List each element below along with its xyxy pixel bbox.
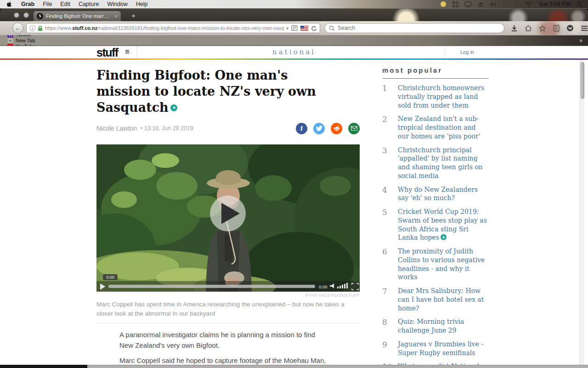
- popular-item-8: 8Quiz: Morning trivia challenge June 29: [382, 317, 489, 335]
- popular-rank: 6: [382, 247, 398, 282]
- popular-link[interactable]: Dear Mrs Salisbury: How can I have hot h…: [398, 287, 489, 312]
- timemachine-icon[interactable]: [503, 1, 509, 7]
- popular-item-7: 7Dear Mrs Salisbury: How can I have hot …: [382, 287, 489, 312]
- article-body: A paranormal investigator claims he is p…: [119, 330, 330, 365]
- popular-rank: 1: [382, 84, 398, 109]
- video-caption: Marc Coppell has spent time in America r…: [96, 300, 357, 318]
- popular-item-3: 3Christchurch principal 'appalled' by li…: [382, 146, 489, 180]
- popular-link[interactable]: The proximity of Judith Collins to vario…: [398, 247, 489, 282]
- video-current-time: 0:00: [319, 284, 328, 289]
- article: Finding Bigfoot: One man's mission to lo…: [96, 67, 360, 365]
- menu-hamburger-icon[interactable]: [581, 25, 588, 31]
- popular-rank: 10: [382, 362, 398, 365]
- article-timestamp: • 13:18, Jun 29 2019: [141, 125, 193, 132]
- menubar-clock[interactable]: Sat 3:54 PM: [539, 1, 571, 7]
- popular-item-9: 9Jaguares v Brumbies live - Super Rugby …: [382, 340, 489, 357]
- stuff-favicon: S: [37, 13, 43, 19]
- url-text[interactable]: https://www.stuff.co.nz/national/1136261…: [45, 25, 284, 31]
- eject-icon[interactable]: [478, 1, 484, 7]
- spotlight-icon[interactable]: [577, 1, 582, 7]
- apple-menu-icon[interactable]: [6, 1, 12, 7]
- bookmark-star-icon[interactable]: [539, 25, 546, 32]
- grab-menu-icon[interactable]: [440, 1, 447, 7]
- photo-credit: RYAN ANDERSON/STUFF: [96, 293, 360, 298]
- menu-grab[interactable]: Grab: [17, 1, 39, 7]
- menu-window[interactable]: Window: [103, 1, 131, 7]
- display-icon[interactable]: [464, 1, 472, 7]
- popular-link[interactable]: What a populist National Party would loo…: [398, 362, 489, 365]
- home-icon[interactable]: [525, 25, 532, 32]
- popular-rank: 5: [382, 207, 398, 242]
- page-scrollbar[interactable]: [580, 60, 584, 365]
- page-info-icon[interactable]: i: [29, 25, 35, 31]
- stuff-site-header: stuff ≡ national Log in: [0, 46, 588, 58]
- article-headline: Finding Bigfoot: One man's mission to lo…: [96, 67, 340, 115]
- popular-link[interactable]: Why do New Zealanders say 'eh' so much?: [398, 185, 489, 203]
- popular-rank: 7: [382, 287, 398, 312]
- popular-link[interactable]: Christchurch homeowners virtually trappe…: [398, 84, 489, 109]
- video-play-badge-icon: [441, 234, 447, 240]
- volume-icon[interactable]: [490, 1, 497, 7]
- page-content: stuff ≡ national Log in Finding Bigfoot:…: [0, 46, 588, 365]
- menu-capture[interactable]: Capture: [74, 1, 103, 7]
- popular-link[interactable]: New Zealand isn't a sub-tropical destina…: [398, 115, 489, 140]
- minimize-window-button[interactable]: [23, 12, 29, 18]
- facebook-share-icon[interactable]: f: [296, 123, 307, 134]
- twitter-share-icon[interactable]: [313, 123, 325, 134]
- spaces-icon[interactable]: [452, 1, 458, 7]
- new-tab-button[interactable]: +: [128, 12, 139, 19]
- sidebar-list-icon[interactable]: [553, 25, 560, 32]
- menu-help[interactable]: Help: [132, 1, 152, 7]
- dock-edge: [0, 365, 87, 368]
- reload-icon[interactable]: [311, 25, 317, 31]
- section-title[interactable]: national: [0, 48, 588, 56]
- rainbow-divider: [0, 58, 588, 60]
- popular-link[interactable]: Quiz: Morning trivia challenge June 29: [398, 317, 489, 335]
- screen-bottom-edge: [0, 365, 588, 368]
- video-still-forest-man: 0:00 0:00: [96, 144, 360, 292]
- popular-rank: 8: [382, 317, 398, 335]
- url-dropdown-icon[interactable]: ▾: [286, 26, 288, 31]
- reddit-share-icon[interactable]: [331, 123, 342, 134]
- secure-lock-icon: [38, 25, 43, 31]
- scrollbar-thumb[interactable]: [581, 62, 584, 99]
- popular-item-1: 1Christchurch homeowners virtually trapp…: [382, 84, 489, 109]
- email-share-icon[interactable]: [348, 123, 360, 134]
- menu-edit[interactable]: Edit: [56, 1, 74, 7]
- popular-link[interactable]: Cricket World Cup 2019: Swarm of bees st…: [398, 207, 489, 242]
- popular-item-4: 4Why do New Zealanders say 'eh' so much?: [382, 185, 489, 203]
- tab-finding-bigfoot[interactable]: S Finding Bigfoot: One man'... ×: [33, 11, 121, 21]
- new-tab-icon: [7, 38, 13, 44]
- caption-divider: [96, 323, 360, 323]
- popular-item-10: 10What a populist National Party would l…: [382, 362, 489, 365]
- wifi-icon[interactable]: [525, 1, 533, 7]
- video-play-badge-icon: [170, 104, 177, 111]
- popular-link[interactable]: Christchurch principal 'appalled' by lis…: [398, 146, 489, 180]
- url-bar[interactable]: i https://www.stuff.co.nz/national/11362…: [26, 23, 320, 33]
- bookmark-new-tab[interactable]: New Tab: [4, 38, 64, 44]
- back-button[interactable]: ←: [12, 23, 23, 34]
- browser-toolbar: ← i https://www.stuff.co.nz/national/113…: [0, 21, 588, 35]
- search-bar[interactable]: [324, 23, 504, 33]
- popular-rank: 2: [382, 115, 398, 140]
- window-bottom-edge: [87, 365, 588, 368]
- article-paragraph: A paranormal investigator claims he is p…: [119, 330, 330, 351]
- browser-tab-bar: S Finding Bigfoot: One man'... × +: [0, 9, 588, 21]
- tab-close-icon[interactable]: ×: [115, 13, 118, 19]
- bookmarks-overflow-icon[interactable]: »: [579, 37, 584, 44]
- menu-file[interactable]: File: [39, 1, 56, 7]
- reader-mode-icon[interactable]: [291, 25, 298, 31]
- macos-menubar: GrabFileEditCaptureWindowHelp Sat 3:54 P…: [0, 0, 588, 9]
- bluetooth-icon[interactable]: [515, 1, 519, 7]
- downloads-icon[interactable]: [511, 25, 518, 32]
- pocket-icon[interactable]: [566, 24, 574, 32]
- article-author[interactable]: Nicole Lawton: [96, 125, 137, 132]
- us-flag-icon[interactable]: [300, 26, 308, 31]
- close-window-button[interactable]: [14, 12, 19, 18]
- video-player[interactable]: 0:00 0:00: [96, 144, 360, 292]
- search-input[interactable]: [338, 25, 500, 31]
- login-link[interactable]: Log in: [460, 49, 474, 55]
- popular-rank: 9: [382, 340, 398, 357]
- popular-item-6: 6The proximity of Judith Collins to vari…: [382, 247, 489, 282]
- popular-link[interactable]: Jaguares v Brumbies live - Super Rugby s…: [398, 340, 489, 357]
